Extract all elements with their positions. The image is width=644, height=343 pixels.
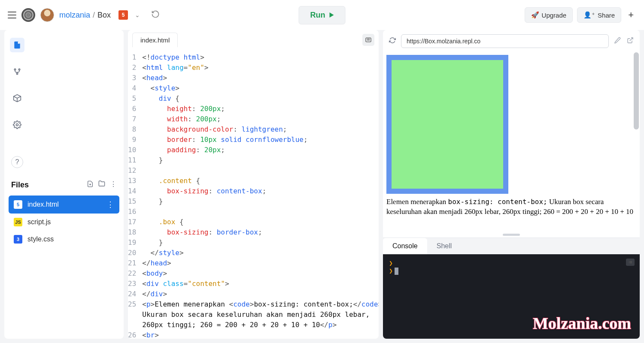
file-row[interactable]: 5index.html⋮ bbox=[9, 196, 119, 214]
spiral-icon bbox=[23, 9, 34, 21]
rail-settings[interactable] bbox=[10, 117, 24, 132]
console-output[interactable]: ❯ ❯ ⌫ bbox=[383, 254, 640, 339]
clear-console-icon[interactable]: ⌫ bbox=[626, 259, 635, 266]
rail-version-control[interactable] bbox=[10, 64, 24, 79]
branch-icon bbox=[13, 67, 21, 76]
new-file-icon[interactable] bbox=[87, 180, 94, 190]
avatar[interactable] bbox=[40, 8, 54, 22]
file-more-icon[interactable]: ⋮ bbox=[106, 200, 114, 209]
url-bar bbox=[383, 30, 640, 52]
file-icon bbox=[13, 40, 21, 50]
rail: ? bbox=[4, 30, 30, 174]
file-row[interactable]: JSscript.js bbox=[9, 214, 119, 231]
rail-packages[interactable] bbox=[10, 91, 24, 105]
code-area[interactable]: 1234567891011121314151617181920212223242… bbox=[128, 47, 379, 339]
svg-point-2 bbox=[14, 69, 15, 70]
js-file-icon: JS bbox=[14, 218, 22, 226]
prompt-icon: ❯ bbox=[389, 259, 393, 267]
markdown-toggle-icon[interactable] bbox=[362, 34, 374, 46]
svg-line-11 bbox=[630, 38, 633, 41]
files-pane: Files ⋮ 5index.html⋮JSscript.js3style.cs… bbox=[4, 174, 124, 339]
svg-point-3 bbox=[18, 69, 20, 70]
console-tabs: Console Shell bbox=[383, 238, 640, 254]
history-icon[interactable] bbox=[151, 10, 160, 20]
chevron-down-icon[interactable]: ⌄ bbox=[135, 12, 140, 18]
preview-scrollbar[interactable] bbox=[634, 52, 639, 232]
file-name: style.css bbox=[27, 235, 54, 243]
editor-tab[interactable]: index.html bbox=[132, 33, 178, 47]
url-input[interactable] bbox=[401, 34, 609, 48]
editor-tabs: index.html bbox=[128, 30, 379, 47]
editor: index.html 12345678910111213141516171819… bbox=[128, 30, 379, 339]
tab-shell[interactable]: Shell bbox=[427, 238, 462, 254]
cube-icon bbox=[13, 94, 21, 102]
preview-paragraph: Elemen menerapkan box-sizing: content-bo… bbox=[386, 197, 636, 217]
help-button[interactable]: ? bbox=[11, 156, 23, 168]
open-external-icon[interactable] bbox=[626, 37, 635, 45]
file-name: script.js bbox=[27, 218, 51, 226]
rail-files[interactable] bbox=[10, 38, 24, 52]
drag-handle[interactable] bbox=[503, 234, 520, 236]
preview-body[interactable]: Elemen menerapkan box-sizing: content-bo… bbox=[383, 52, 640, 232]
breadcrumb-sep: / bbox=[93, 11, 95, 20]
files-title: Files bbox=[11, 181, 29, 190]
breadcrumb-project[interactable]: Box bbox=[97, 11, 111, 20]
upgrade-button[interactable]: 🚀 Upgrade bbox=[525, 7, 573, 23]
more-icon[interactable]: ⋮ bbox=[110, 180, 117, 190]
rocket-icon: 🚀 bbox=[531, 11, 539, 19]
run-button[interactable]: Run bbox=[299, 6, 346, 24]
preview-panel: Elemen menerapkan box-sizing: content-bo… bbox=[383, 30, 640, 339]
console-panel: Console Shell ❯ ❯ ⌫ bbox=[383, 238, 640, 339]
gear-icon bbox=[13, 120, 21, 129]
prompt-icon: ❯ bbox=[389, 267, 393, 275]
svg-point-5 bbox=[16, 124, 18, 126]
preview-content-box bbox=[386, 55, 508, 194]
svg-point-0 bbox=[24, 10, 33, 20]
file-name: index.html bbox=[27, 201, 59, 208]
menu-button[interactable] bbox=[8, 12, 16, 18]
css-file-icon: 3 bbox=[14, 235, 22, 244]
breadcrumb-owner[interactable]: molzania bbox=[59, 11, 90, 20]
person-plus-icon: 👤⁺ bbox=[583, 11, 595, 19]
workspace: ? Files ⋮ 5index.html⋮JSscript.js3style.… bbox=[0, 30, 644, 343]
play-icon bbox=[330, 12, 334, 18]
share-button[interactable]: 👤⁺ Share bbox=[577, 7, 621, 23]
replit-logo[interactable] bbox=[21, 8, 35, 22]
svg-point-4 bbox=[16, 73, 18, 74]
html5-icon: 5 bbox=[118, 10, 128, 20]
top-bar: molzania / Box 5 ⌄ Run 🚀 Upgrade 👤⁺ Shar… bbox=[0, 0, 644, 30]
reload-icon[interactable] bbox=[388, 37, 397, 45]
run-label: Run bbox=[310, 11, 325, 20]
file-row[interactable]: 3style.css bbox=[9, 231, 119, 248]
svg-point-1 bbox=[26, 13, 31, 18]
breadcrumb: molzania / Box bbox=[59, 11, 111, 20]
sidebar: ? Files ⋮ 5index.html⋮JSscript.js3style.… bbox=[4, 30, 124, 339]
add-button[interactable]: + bbox=[626, 9, 636, 21]
new-folder-icon[interactable] bbox=[98, 180, 106, 190]
cursor bbox=[395, 268, 398, 275]
tab-console[interactable]: Console bbox=[383, 238, 427, 254]
edit-url-icon[interactable] bbox=[613, 37, 622, 45]
html-file-icon: 5 bbox=[14, 200, 22, 209]
